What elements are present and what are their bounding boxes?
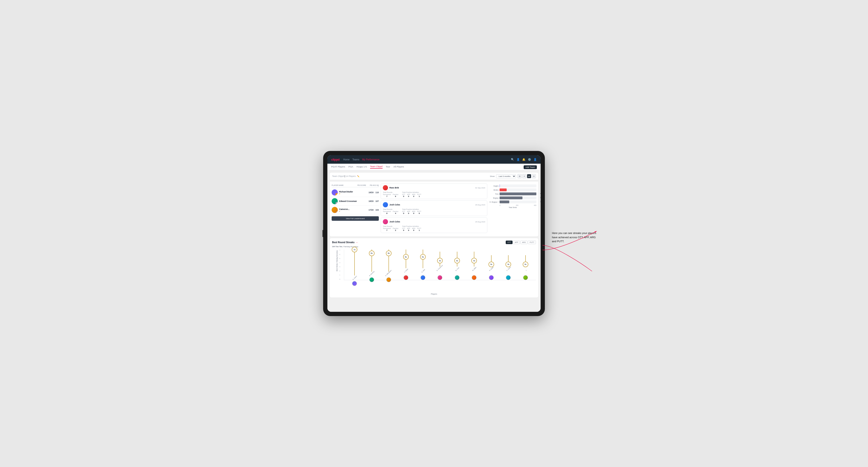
streak-bar-wrapper: 3x: [508, 250, 508, 267]
nav-my-performance[interactable]: My Performance: [362, 158, 379, 161]
bar-fill: [500, 196, 522, 199]
bar-label: Birdies: [489, 189, 499, 191]
bar-label: Pars: [489, 193, 499, 195]
search-icon[interactable]: 🔍: [511, 158, 514, 161]
streak-bubble: 3x: [523, 261, 528, 267]
streak-bar-col: 7x E. Ewert: [346, 250, 363, 280]
tab-tour[interactable]: Tour: [386, 165, 390, 168]
streak-bubble: 4x: [471, 258, 477, 263]
streak-player-name: E. Ewert: [352, 276, 357, 280]
annotation-box: Here you can see streaks your players ha…: [552, 231, 599, 244]
main-content: Team Clippd | 14 Players ✏️ Show Last 3 …: [328, 170, 540, 312]
pb-score-2: 18/20: [369, 200, 374, 203]
settings-icon[interactable]: ⚙️: [528, 158, 531, 161]
card-avatar-3: [383, 219, 388, 224]
view-leaderboard-button[interactable]: View Full Leaderboard: [332, 216, 379, 221]
bar-value: 131: [540, 201, 540, 203]
detail-view-icon[interactable]: ⊟: [532, 174, 536, 178]
streak-bar-wrapper: 4x: [440, 250, 440, 267]
tab-all-players[interactable]: All Players: [394, 165, 404, 168]
player-row-2[interactable]: 2 Edward Crossman 18/20 107: [332, 197, 379, 206]
card-date-2: 26 Aug 2023: [475, 204, 485, 206]
player-scores-2: 18/20 107: [369, 200, 379, 203]
tab-pgat[interactable]: PGAT Players: [331, 165, 345, 168]
grid-view-icon[interactable]: ⊞: [518, 174, 522, 178]
streak-player-name: R. Britt: [421, 269, 427, 274]
pb-avg-1: 110: [375, 191, 379, 194]
avatar-icon[interactable]: 👤: [533, 158, 537, 161]
logo: clippd: [331, 158, 339, 161]
tab-pga[interactable]: PGA: [348, 165, 353, 168]
filter-app[interactable]: APP: [513, 241, 520, 244]
streak-bar-col: 6x B. McHerg: [363, 250, 380, 280]
streaks-section: Best Round Streaks ← OTT APP ARG PUTT Of…: [330, 238, 538, 298]
card-date-1: 02 Sep 2023: [475, 187, 485, 189]
col-pb-score-label: PB SCORE: [357, 184, 366, 186]
bar-track: 96: [500, 188, 536, 191]
player-scores-1: 19/20 110: [369, 191, 379, 194]
annotation-arrow: [540, 198, 601, 257]
annotation-text: Here you can see streaks your players ha…: [552, 231, 599, 244]
sub-nav: PGAT Players PGA Hcaps 1-5 Team Clippd T…: [328, 164, 540, 170]
table-header: PLAYER NAME PB SCORE PB AVG SQ: [332, 184, 379, 187]
nav-home[interactable]: Home: [343, 158, 349, 161]
bar-row: Birdies 96: [489, 188, 536, 191]
streak-avatar: [352, 281, 357, 286]
streak-bar-wrapper: 5x: [406, 250, 406, 268]
bar-track: 499: [500, 192, 536, 195]
card-date-3: 26 Aug 2023: [475, 221, 485, 223]
bar-row: D. Bogeys + 131: [489, 200, 536, 203]
streak-avatar: [523, 275, 528, 280]
streak-player-name: B. Ford: [455, 267, 462, 274]
pb-score-3: 17/20: [369, 209, 374, 211]
card-view-icon[interactable]: ▤: [527, 174, 531, 178]
streak-player-name: J. Coles: [404, 268, 409, 274]
bar-fill: [500, 200, 509, 203]
bar-row: Pars 499: [489, 192, 536, 195]
player-row-1[interactable]: 1 Richard Butler ♥ 19/20 110: [332, 188, 379, 197]
tab-team-clippd[interactable]: Team Clippd: [370, 165, 382, 168]
avatar-1: 1: [332, 189, 338, 195]
list-view-icon[interactable]: ≡: [522, 174, 526, 178]
rank-badge-3: 3: [335, 211, 338, 213]
show-label: Show: [490, 175, 495, 177]
player-info-1: Richard Butler ♥: [339, 191, 367, 195]
streak-bubble: 5x: [403, 254, 409, 260]
filter-putt[interactable]: PUTT: [528, 241, 536, 244]
notification-icon[interactable]: 🔔: [522, 158, 526, 161]
tab-hcaps[interactable]: Hcaps 1-5: [356, 165, 367, 168]
period-dropdown[interactable]: Last 3 months: [496, 174, 516, 178]
arrow-pointer-icon: ←: [356, 241, 358, 244]
bar-fill: [500, 192, 536, 195]
profile-icon[interactable]: 👤: [517, 158, 520, 161]
card-stats-3: Total Rounds Tournament 7 Practice: [383, 225, 485, 231]
nav-icons: 🔍 👤 🔔 ⚙️ 👤: [511, 158, 537, 161]
bar-track: 311: [500, 196, 536, 199]
streak-avatar: [489, 275, 494, 280]
pb-score-1: 19/20: [369, 191, 374, 194]
add-team-button[interactable]: Add Team: [524, 165, 537, 169]
team-header: Team Clippd | 14 Players ✏️ Show Last 3 …: [330, 173, 538, 180]
bar-chart: Eagles 3 Birdies 96 Pars 499 Bogeys 311 …: [489, 184, 536, 209]
edit-icon[interactable]: ✏️: [357, 175, 360, 177]
streak-avatar: [455, 275, 460, 280]
streak-bar-col: 4x M. Miller: [466, 250, 483, 280]
bar-track: 3: [500, 184, 536, 187]
bar-label: Bogeys: [489, 197, 499, 199]
streak-avatar: [386, 277, 391, 282]
bar-value: 311: [540, 197, 540, 198]
player-row-3[interactable]: 3 Cameron... ♦ 17/20 103: [332, 206, 379, 214]
streak-player-name: C. Quick: [506, 266, 513, 273]
streak-player-name: ?: [526, 270, 529, 273]
filter-arg[interactable]: ARG: [520, 241, 527, 244]
total-practice-label-1: Total Practice Activities: [402, 191, 421, 193]
nav-links: Home Teams My Performance: [343, 158, 507, 161]
card-stats-1: Total Rounds Tournament 7 Practice: [383, 191, 485, 197]
card-stats-2: Total Rounds Tournament 8 Practice: [383, 209, 485, 214]
nav-teams[interactable]: Teams: [352, 158, 359, 161]
filter-ott[interactable]: OTT: [506, 241, 513, 244]
y-axis-label: Best Streak, Fairway Accuracy: [336, 262, 338, 271]
player-card-2: Josh Coles 26 Aug 2023 Total Rounds Tour…: [381, 200, 487, 216]
streak-bubble: 3x: [489, 261, 494, 267]
team-title: Team Clippd | 14 Players: [332, 175, 356, 177]
